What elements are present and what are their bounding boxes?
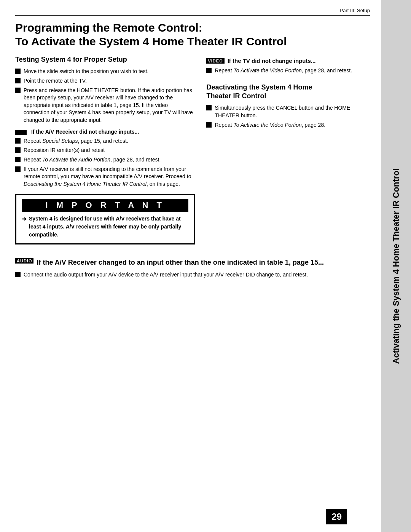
video-bullets: Repeat To Activate the Video Portion, pa… [206,67,370,75]
bottom-bullet-1: Connect the audio output from your A/V d… [15,271,370,279]
header-label: Part III: Setup [340,8,370,13]
page-title: Programming the Remote Control: To Activ… [15,21,370,48]
sidebar: Activating the System 4 Home Theater IR … [381,0,411,532]
right-column: VIDEO If the TV did not change inputs...… [206,55,370,244]
bullet-3: Press and release the HOME THEATER butto… [15,87,195,124]
arrow-icon: ➜ [22,215,27,224]
bottom-bullet-1-text: Connect the audio output from your A/V d… [24,271,308,279]
wide-bullet-icon [15,130,27,135]
bullet-icon [15,69,21,74]
page-title-line1: Programming the Remote Control: [15,21,370,35]
left-column: Testing System 4 for Proper Setup Move t… [15,55,195,244]
audio-badge: AUDIO [15,258,33,264]
bullet-icon [206,122,212,128]
bottom-bullets: Connect the audio output from your A/V d… [15,271,370,279]
deactivate-bullet-2: Repeat To Activate the Video Portion, pa… [206,121,370,129]
av-bullet-2: Reposition IR emitter(s) and retest [15,147,195,154]
deactivate-bullets: Simultaneously press the CANCEL button a… [206,104,370,129]
bullet-icon [15,147,21,153]
av-bullet-4: If your A/V receiver is still not respon… [15,166,195,188]
sidebar-text: Activating the System 4 Home Theater IR … [389,165,403,367]
page-title-line2: To Activate the System 4 Home Theater IR… [15,35,370,48]
important-title: I M P O R T A N T [22,199,188,212]
video-subheading-text: If the TV did not change inputs... [228,58,316,64]
page-header: Part III: Setup [15,8,370,16]
main-bullets: Move the slide switch to the position yo… [15,68,195,124]
bottom-heading-row: AUDIO If the A/V Receiver changed to an … [15,258,370,267]
important-box: I M P O R T A N T ➜ System 4 is designed… [15,194,195,244]
bottom-heading-text: If the A/V Receiver changed to an input … [37,258,323,267]
av-bullets: Repeat Special Setups, page 15, and rete… [15,137,195,188]
important-body: ➜ System 4 is designed for use with A/V … [22,215,188,239]
deactivate-bullet-1: Simultaneously press the CANCEL button a… [206,104,370,119]
av-subheading: If the A/V Receiver did not change input… [15,129,195,135]
left-section-heading: Testing System 4 for Proper Setup [15,55,195,64]
bullet-1: Move the slide switch to the position yo… [15,68,195,75]
bullet-2: Point the remote at the TV. [15,77,195,85]
av-bullet-1: Repeat Special Setups, page 15, and rete… [15,137,195,145]
video-badge: VIDEO [206,58,224,64]
bullet-icon [15,166,21,172]
video-subheading-row: VIDEO If the TV did not change inputs... [206,58,370,64]
bullet-icon [15,88,21,93]
bullet-icon [206,68,212,73]
important-body-text: System 4 is designed for use with A/V re… [29,215,188,239]
deactivate-heading: Deactivating the System 4 Home Theater I… [206,83,370,101]
av-subheading-text: If the A/V Receiver did not change input… [31,129,139,135]
bullet-icon [15,157,21,162]
av-bullet-3: Repeat To Activate the Audio Portion, pa… [15,156,195,164]
video-bullet-1: Repeat To Activate the Video Portion, pa… [206,67,370,75]
bottom-section: AUDIO If the A/V Receiver changed to an … [15,258,370,278]
bullet-icon [15,78,21,83]
page-number: 29 [326,509,347,524]
bullet-icon [206,105,212,110]
bullet-icon [15,138,21,144]
bullet-icon [15,272,21,277]
